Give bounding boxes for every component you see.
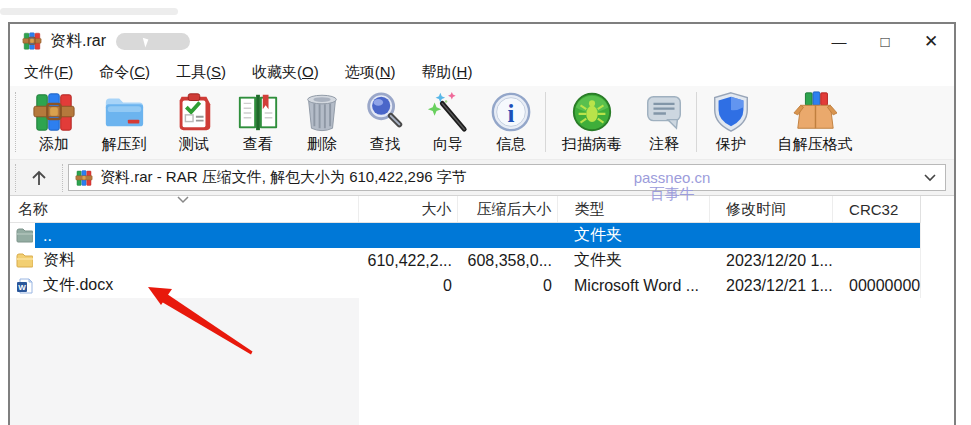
file-type: Microsoft Word ... [558, 277, 710, 295]
up-one-level-button[interactable] [18, 163, 60, 193]
svg-text:i: i [508, 100, 515, 127]
archive-path-combobox[interactable]: 资料.rar - RAR 压缩文件, 解包大小为 610,422,296 字节 [68, 164, 946, 191]
winrar-app-icon [22, 31, 42, 51]
file-type: 文件夹 [558, 250, 710, 271]
archive-path-text: 资料.rar - RAR 压缩文件, 解包大小为 610,422,296 字节 [100, 168, 467, 187]
table-row-folder[interactable]: 资料 610,422,2... 608,358,0... 文件夹 2023/12… [10, 248, 920, 273]
comment-icon [641, 89, 687, 135]
menu-options[interactable]: 选项(N) [345, 63, 396, 82]
background-artifact [0, 8, 178, 15]
toolbar-grip [62, 164, 63, 192]
file-name: .. [35, 227, 358, 245]
toolbar: 添加 解压到 测试 [10, 86, 954, 160]
close-button[interactable]: ✕ [908, 24, 954, 58]
word-doc-icon: W [10, 273, 35, 298]
file-list-empty-area[interactable] [10, 298, 954, 425]
toolbar-separator [696, 92, 697, 152]
test-button[interactable]: 测试 [162, 89, 226, 154]
sfx-icon [792, 89, 838, 135]
file-packed-size: 608,358,0... [458, 252, 558, 270]
up-arrow-icon [29, 168, 49, 188]
table-row-docx[interactable]: W 文件.docx 0 0 Microsoft Word ... 2023/12… [10, 273, 920, 298]
chevron-down-icon[interactable] [923, 173, 937, 183]
redacted-text-blob [116, 33, 190, 50]
column-header-name[interactable]: 名称 [10, 196, 359, 222]
virus-scan-button[interactable]: 扫描病毒 [549, 89, 635, 154]
address-bar: 资料.rar - RAR 压缩文件, 解包大小为 610,422,296 字节 … [10, 160, 954, 196]
add-button[interactable]: 添加 [22, 89, 86, 154]
file-crc32: 00000000 [833, 277, 920, 295]
sort-ascending-icon [176, 195, 190, 204]
file-list-header: 名称 大小 压缩后大小 类型 修改时间 CRC32 [10, 196, 921, 223]
comment-button[interactable]: 注释 [635, 89, 693, 154]
file-modified: 2023/12/20 1... [710, 252, 833, 270]
winrar-add-icon [31, 89, 77, 135]
find-icon [362, 89, 408, 135]
view-button[interactable]: 查看 [226, 89, 290, 154]
menu-commands[interactable]: 命令(C) [99, 63, 150, 82]
protect-icon [708, 89, 754, 135]
test-icon [171, 89, 217, 135]
menu-file[interactable]: 文件(F) [24, 63, 73, 82]
column-header-type[interactable]: 类型 [558, 196, 710, 222]
folder-up-icon [10, 223, 35, 248]
file-list: .. 文件夹 资料 610,422,2... 608,358,0... 文件夹 [10, 223, 921, 298]
toolbar-separator [545, 92, 546, 152]
window-title: 资料.rar [50, 31, 106, 52]
column-header-packed[interactable]: 压缩后大小 [458, 196, 558, 222]
file-list-empty-area-left [10, 298, 359, 425]
find-button[interactable]: 查找 [354, 89, 416, 154]
cursor-icon [143, 36, 150, 47]
delete-icon [299, 89, 345, 135]
title-bar: 资料.rar — □ ✕ [10, 24, 954, 58]
file-name: 文件.docx [35, 275, 358, 296]
menu-favorites[interactable]: 收藏夹(O) [252, 63, 319, 82]
extract-to-icon [101, 89, 147, 135]
file-type: 文件夹 [558, 225, 710, 246]
maximize-button[interactable]: □ [862, 24, 908, 58]
sfx-button[interactable]: 自解压格式 [762, 89, 868, 154]
wizard-button[interactable]: 向导 [416, 89, 480, 154]
file-name: 资料 [35, 250, 358, 271]
folder-icon [10, 248, 35, 273]
column-header-crc32[interactable]: CRC32 [833, 196, 920, 222]
info-button[interactable]: i 信息 [480, 89, 542, 154]
minimize-button[interactable]: — [816, 24, 862, 58]
virus-scan-icon [569, 89, 615, 135]
rar-archive-icon [75, 169, 93, 187]
wizard-icon [425, 89, 471, 135]
column-header-size[interactable]: 大小 [359, 196, 459, 222]
file-size: 610,422,2... [358, 252, 458, 270]
protect-button[interactable]: 保护 [700, 89, 762, 154]
extract-to-button[interactable]: 解压到 [86, 89, 162, 154]
menu-bar: 文件(F) 命令(C) 工具(S) 收藏夹(O) 选项(N) 帮助(H) [10, 58, 954, 86]
menu-tools[interactable]: 工具(S) [176, 63, 226, 82]
column-header-modified[interactable]: 修改时间 [710, 196, 833, 222]
window-controls: — □ ✕ [816, 24, 954, 58]
svg-text:W: W [18, 283, 26, 292]
table-row-parent-dir[interactable]: .. 文件夹 [10, 223, 920, 248]
view-icon [235, 89, 281, 135]
delete-button[interactable]: 删除 [290, 89, 354, 154]
file-packed-size: 0 [458, 277, 558, 295]
file-modified: 2023/12/21 1... [710, 277, 833, 295]
menu-help[interactable]: 帮助(H) [422, 63, 473, 82]
file-size: 0 [358, 277, 458, 295]
winrar-window: 资料.rar — □ ✕ 文件(F) 命令(C) 工具(S) 收藏夹(O) 选项… [8, 22, 956, 425]
info-icon: i [488, 89, 534, 135]
